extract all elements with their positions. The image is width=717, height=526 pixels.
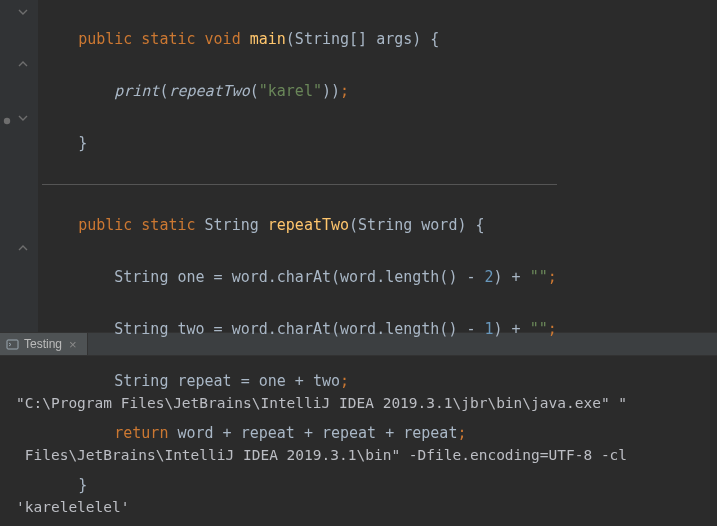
code-line[interactable]: String two = word.charAt(word.length() -… [42, 316, 557, 342]
code-line[interactable]: public static void main(String[] args) { [42, 26, 557, 52]
fold-open-icon[interactable] [17, 112, 31, 126]
code-line[interactable]: String one = word.charAt(word.length() -… [42, 264, 557, 290]
code-line[interactable]: print(repeatTwo("karel")); [42, 78, 557, 104]
code-area[interactable]: public static void main(String[] args) {… [38, 0, 557, 332]
method-separator [42, 184, 557, 185]
code-line[interactable]: public static String repeatTwo(String wo… [42, 212, 557, 238]
gutter [0, 0, 38, 332]
override-marker-icon[interactable] [2, 112, 16, 126]
code-line[interactable]: } [42, 130, 557, 156]
code-line[interactable]: } [42, 472, 557, 498]
fold-close-icon[interactable] [17, 242, 31, 256]
svg-point-0 [4, 118, 10, 124]
svg-rect-1 [7, 340, 18, 349]
console-icon [6, 338, 19, 351]
editor-pane: public static void main(String[] args) {… [0, 0, 717, 332]
fold-open-icon[interactable] [17, 6, 31, 20]
fold-close-icon[interactable] [17, 58, 31, 72]
code-line[interactable]: return word + repeat + repeat + repeat; [42, 420, 557, 446]
code-line[interactable]: String repeat = one + two; [42, 368, 557, 394]
